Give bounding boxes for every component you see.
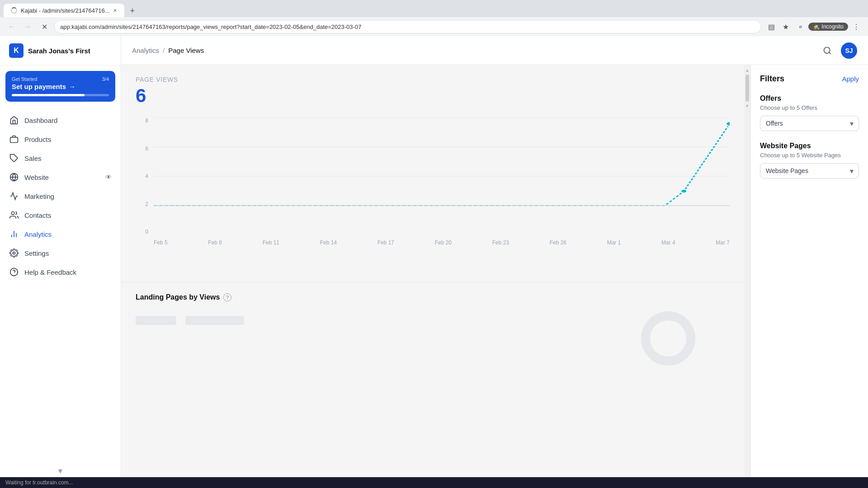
sidebar-label-help: Help & Feedback (24, 268, 112, 276)
site-name: Sarah Jonas's First (28, 47, 90, 55)
x-label-mar4: Mar 4 (661, 239, 675, 246)
incognito-label: Incognito (821, 23, 844, 30)
tab-label: Kajabi - /admin/sites/214764716... (21, 7, 110, 14)
landing-pages-title: Landing Pages by Views (136, 293, 220, 301)
offers-sublabel: Choose up to 5 Offers (760, 104, 859, 111)
bookmark-icon[interactable]: ★ (779, 20, 792, 33)
marketing-icon (9, 191, 19, 201)
contacts-icon (9, 210, 19, 220)
filters-title: Filters (760, 74, 784, 84)
chart-section: ▲ ▼ PAGE VIEWS 6 0 2 4 6 8 (121, 65, 750, 477)
sidebar-item-analytics[interactable]: Analytics (0, 225, 121, 244)
sidebar-scroll-down[interactable]: ▼ (0, 465, 121, 477)
filters-panel: Filters Apply Offers Choose up to 5 Offe… (750, 65, 868, 477)
website-pages-select[interactable]: Website Pages (760, 163, 859, 178)
x-label-mar1: Mar 1 (607, 239, 621, 246)
donut-chart-placeholder (637, 307, 700, 370)
sidebar-label-website: Website (24, 174, 100, 181)
chart-wrapper: 0 2 4 6 8 (136, 117, 730, 253)
settings-icon (9, 248, 19, 258)
website-icon (9, 172, 19, 182)
browser-toolbar: ← → ✕ app.kajabi.com/admin/sites/2147647… (0, 17, 868, 36)
svg-point-8 (13, 252, 15, 254)
sidebar-item-contacts[interactable]: Contacts (0, 206, 121, 225)
website-pages-select-wrapper: Website Pages (760, 163, 859, 178)
sidebar-item-sales[interactable]: Sales (0, 149, 121, 168)
breadcrumb-separator: / (163, 47, 165, 54)
cast-icon[interactable]: ▤ (765, 20, 778, 33)
svg-point-20 (646, 316, 691, 361)
y-label-0: 0 (136, 229, 148, 235)
y-label-4: 4 (136, 173, 148, 179)
profile-icon[interactable]: ⚬ (794, 20, 807, 33)
svg-point-4 (11, 212, 14, 215)
sidebar-nav: Dashboard Products Sales (0, 107, 121, 465)
new-tab-button[interactable]: + (126, 5, 139, 17)
user-avatar[interactable]: SJ (841, 42, 857, 59)
scroll-up-arrow[interactable]: ▲ (745, 68, 750, 73)
app-container: K Sarah Jonas's First Get Started 3/4 Se… (0, 36, 868, 477)
offers-label: Offers (760, 94, 859, 103)
breadcrumb: Analytics / Page Views (132, 47, 204, 54)
x-label-feb17: Feb 17 (377, 239, 394, 246)
apply-button[interactable]: Apply (842, 75, 859, 83)
page-views-count: 6 (136, 85, 730, 107)
website-pages-sublabel: Choose up to 5 Website Pages (760, 152, 859, 159)
filter-group-website-pages: Website Pages Choose up to 5 Website Pag… (760, 142, 859, 178)
address-bar[interactable]: app.kajabi.com/admin/sites/2147647163/re… (54, 20, 761, 33)
tab-close-button[interactable]: × (113, 7, 117, 14)
placeholder-bar-1 (136, 316, 176, 325)
svg-line-12 (829, 52, 831, 54)
landing-pages-info-icon[interactable]: ? (223, 293, 231, 301)
get-started-title: Set up payments → (12, 83, 109, 90)
sidebar-label-analytics: Analytics (24, 230, 112, 238)
offers-select[interactable]: Offers (760, 116, 859, 131)
breadcrumb-page-views: Page Views (168, 47, 204, 54)
chart-svg (154, 117, 730, 235)
sidebar-label-sales: Sales (24, 155, 112, 162)
chart-y-labels: 0 2 4 6 8 (136, 117, 148, 235)
y-label-8: 8 (136, 117, 148, 124)
get-started-card[interactable]: Get Started 3/4 Set up payments → (5, 71, 115, 102)
get-started-label: Get Started (12, 76, 37, 82)
forward-button[interactable]: → (22, 20, 34, 33)
get-started-progress-bar (12, 94, 109, 96)
x-label-feb23: Feb 23 (492, 239, 509, 246)
website-pages-label: Website Pages (760, 142, 859, 150)
active-tab[interactable]: Kajabi - /admin/sites/214764716... × (4, 4, 124, 17)
y-label-2: 2 (136, 201, 148, 207)
sales-icon (9, 153, 19, 163)
sidebar-label-products: Products (24, 136, 112, 143)
sidebar-item-marketing[interactable]: Marketing (0, 187, 121, 206)
chart-container: PAGE VIEWS 6 0 2 4 6 8 (121, 65, 744, 282)
sidebar-item-dashboard[interactable]: Dashboard (0, 111, 121, 130)
sidebar-item-website[interactable]: Website 👁 (0, 168, 121, 187)
sidebar-header: K Sarah Jonas's First (0, 36, 121, 66)
home-icon (9, 115, 19, 125)
x-label-feb5: Feb 5 (154, 239, 168, 246)
scroll-down-arrow[interactable]: ▼ (745, 103, 750, 108)
x-label-feb14: Feb 14 (320, 239, 337, 246)
x-label-feb11: Feb 11 (263, 239, 279, 246)
sidebar-item-products[interactable]: Products (0, 130, 121, 149)
reload-button[interactable]: ✕ (38, 20, 51, 33)
status-bar: Waiting for tr.outbrain.com... (0, 477, 868, 488)
get-started-progress: 3/4 (102, 76, 109, 82)
x-label-feb26: Feb 26 (550, 239, 566, 246)
sidebar-item-help[interactable]: Help & Feedback (0, 263, 121, 282)
page-views-header: PAGE VIEWS (136, 76, 730, 83)
back-button[interactable]: ← (5, 20, 18, 33)
x-label-feb20: Feb 20 (435, 239, 452, 246)
breadcrumb-analytics[interactable]: Analytics (132, 47, 159, 54)
menu-icon[interactable]: ⋮ (850, 20, 863, 33)
svg-point-17 (726, 122, 730, 126)
x-label-feb8: Feb 8 (208, 239, 222, 246)
incognito-icon: 🕵 (813, 23, 820, 30)
browser-tabs: Kajabi - /admin/sites/214764716... × + (0, 0, 868, 17)
sidebar: K Sarah Jonas's First Get Started 3/4 Se… (0, 36, 121, 477)
topbar-actions: SJ (819, 42, 857, 59)
topbar: Analytics / Page Views SJ (121, 36, 868, 65)
sidebar-label-dashboard: Dashboard (24, 117, 112, 124)
search-button[interactable] (819, 42, 835, 59)
sidebar-item-settings[interactable]: Settings (0, 244, 121, 263)
